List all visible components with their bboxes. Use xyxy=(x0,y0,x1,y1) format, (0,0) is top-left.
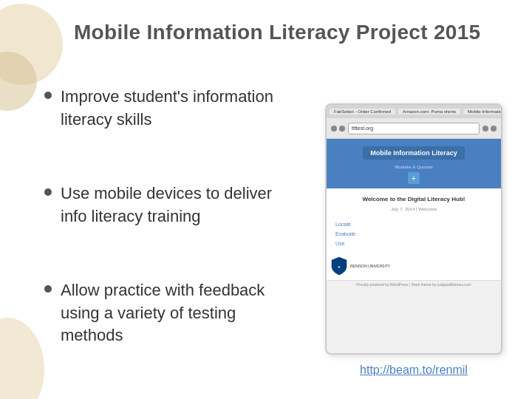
screenshot-footer: Proudly powered by WordPress | Stark the… xyxy=(327,280,501,288)
screenshot-action-icons xyxy=(482,126,497,132)
bullet-text-3: Allow practice with feedback using a var… xyxy=(61,279,296,347)
screenshot-address-field: ttttest.org xyxy=(348,123,480,134)
share-icon xyxy=(482,126,488,132)
right-panel: FairSelect - Order Confirmed Amazon.com:… xyxy=(318,56,510,384)
screenshot-nav-icons xyxy=(331,126,345,132)
screenshot-tab-3: Mobile Information Literac | Mobi... xyxy=(463,109,502,115)
bullet-text-1: Improve student's information literacy s… xyxy=(61,86,296,132)
tablet-screenshot: FairSelect - Order Confirmed Amazon.com:… xyxy=(325,103,502,355)
slide-link[interactable]: http://beam.to/renmil xyxy=(360,364,468,377)
svg-text:R: R xyxy=(338,265,341,269)
screenshot-date-text: July 7, 2014 | Welcome xyxy=(331,207,497,211)
screenshot-mil-title: Mobile Information Literacy xyxy=(363,146,465,160)
screenshot-nav-bar: Modules & Quizzes xyxy=(395,165,433,169)
bookmark-icon xyxy=(491,126,497,132)
screenshot-tab-2: Amazon.com: Puma shorts xyxy=(398,109,460,115)
bullet-item-2: Use mobile devices to deliver info liter… xyxy=(44,183,296,228)
bullet-dot-1 xyxy=(44,92,52,99)
screenshot-menu-evaluate: Evaluate xyxy=(331,230,497,238)
screenshot-nav-item-1: Modules & Quizzes xyxy=(395,165,433,169)
screenshot-header-section: Mobile Information Literacy Modules & Qu… xyxy=(327,139,501,188)
back-icon xyxy=(331,126,337,132)
slide: Mobile Information Literacy Project 2015… xyxy=(0,0,532,399)
screenshot-menu-use: Use xyxy=(331,239,497,248)
screenshot-menu-locate: Locate xyxy=(331,220,497,228)
screenshot-address-bar: ttttest.org xyxy=(327,118,501,139)
bullet-dot-2 xyxy=(44,188,52,196)
screenshot-tab-1: FairSelect - Order Confirmed xyxy=(330,109,395,115)
forward-icon xyxy=(339,126,345,132)
bullet-points-list: Improve student's information literacy s… xyxy=(44,56,296,384)
screenshot-menu: Locate Evaluate Use xyxy=(331,220,497,248)
bullet-item-1: Improve student's information literacy s… xyxy=(44,86,296,132)
slide-title: Mobile Information Literacy Project 2015 xyxy=(0,0,532,56)
screenshot-welcome-text: Welcome to the Digital Literacy Hub! xyxy=(331,193,497,204)
screenshot-add-button: + xyxy=(408,172,420,184)
screenshot-tab-bar: FairSelect - Order Confirmed Amazon.com:… xyxy=(327,105,501,118)
bullet-dot-3 xyxy=(44,285,52,293)
screenshot-logo-text: RENISON UNIVERSITY xyxy=(350,264,390,269)
screenshot-renison-logo: R RENISON UNIVERSITY xyxy=(331,256,497,276)
bullet-text-2: Use mobile devices to deliver info liter… xyxy=(61,183,296,228)
screenshot-content-area: Welcome to the Digital Literacy Hub! Jul… xyxy=(327,188,501,280)
slide-content: Improve student's information literacy s… xyxy=(0,56,532,399)
bullet-item-3: Allow practice with feedback using a var… xyxy=(44,279,296,347)
